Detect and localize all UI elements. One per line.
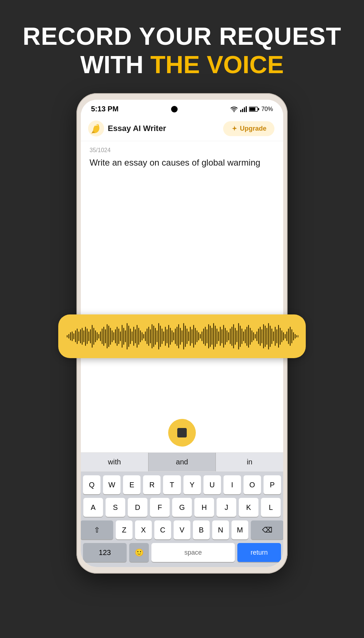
- autocomplete-with[interactable]: with: [81, 453, 148, 471]
- headline-voice: THE VOICE: [150, 51, 284, 78]
- headline-line2: WITH THE VOICE: [23, 50, 341, 79]
- keyboard-row-3: ⇧ Z X C V B N M ⌫: [83, 520, 281, 539]
- app-name: Essay AI Writer: [108, 124, 166, 133]
- key-W[interactable]: W: [103, 475, 120, 494]
- key-L[interactable]: L: [261, 498, 281, 517]
- key-backspace[interactable]: ⌫: [251, 520, 283, 539]
- svg-rect-3: [246, 106, 247, 112]
- key-A[interactable]: A: [83, 498, 103, 517]
- keyboard: Q W E R T Y U I O P A S D F G: [81, 472, 283, 567]
- char-count: 35/1024: [90, 147, 274, 154]
- key-H[interactable]: H: [194, 498, 214, 517]
- key-numbers[interactable]: 123: [83, 543, 127, 562]
- key-U[interactable]: U: [203, 475, 221, 494]
- app-logo-icon: [88, 120, 104, 136]
- keyboard-row-bottom: 123 🙂 space return: [83, 543, 281, 562]
- headline-line1: RECORD YOUR REQUEST: [23, 22, 341, 50]
- stop-btn-area: [81, 412, 283, 452]
- svg-rect-6: [249, 107, 255, 111]
- key-Z[interactable]: Z: [116, 520, 132, 539]
- key-B[interactable]: B: [193, 520, 210, 539]
- camera-dot: [171, 106, 178, 112]
- waveform-svg: [66, 322, 298, 351]
- autocomplete-and[interactable]: and: [149, 453, 216, 471]
- essay-text: Write an essay on causes of global warmi…: [90, 156, 274, 169]
- key-P[interactable]: P: [264, 475, 281, 494]
- keyboard-row-1: Q W E R T Y U I O P: [83, 475, 281, 494]
- content-area: 35/1024 Write an essay on causes of glob…: [81, 141, 283, 412]
- key-F[interactable]: F: [150, 498, 170, 517]
- key-T[interactable]: T: [163, 475, 181, 494]
- battery-percent: 70%: [261, 106, 273, 112]
- status-bar: 5:13 PM: [81, 100, 283, 116]
- status-icons: 70%: [230, 106, 273, 112]
- autocomplete-in[interactable]: in: [216, 453, 283, 471]
- key-K[interactable]: K: [239, 498, 258, 517]
- key-space[interactable]: space: [151, 543, 235, 562]
- wifi-icon: [230, 106, 238, 112]
- stop-recording-button[interactable]: [168, 419, 196, 447]
- sparkle-icon: [231, 125, 238, 132]
- key-X[interactable]: X: [135, 520, 152, 539]
- key-O[interactable]: O: [244, 475, 261, 494]
- battery-icon: [249, 107, 259, 112]
- keyboard-row-2: A S D F G H J K L: [83, 498, 281, 517]
- key-I[interactable]: I: [223, 475, 241, 494]
- signal-icon: [240, 106, 247, 112]
- app-header: Essay AI Writer Upgrade: [81, 116, 283, 141]
- key-Q[interactable]: Q: [83, 475, 100, 494]
- key-N[interactable]: N: [212, 520, 229, 539]
- key-C[interactable]: C: [154, 520, 171, 539]
- upgrade-button[interactable]: Upgrade: [223, 121, 274, 136]
- svg-rect-2: [244, 107, 245, 112]
- waveform-bar: [58, 314, 306, 358]
- key-S[interactable]: S: [106, 498, 125, 517]
- key-Y[interactable]: Y: [183, 475, 201, 494]
- headline: RECORD YOUR REQUEST WITH THE VOICE: [23, 22, 341, 79]
- key-V[interactable]: V: [174, 520, 190, 539]
- key-R[interactable]: R: [143, 475, 161, 494]
- svg-rect-1: [242, 109, 243, 112]
- autocomplete-row: with and in: [81, 452, 283, 472]
- status-time: 5:13 PM: [91, 105, 119, 113]
- app-logo-area: Essay AI Writer: [88, 120, 166, 136]
- key-E[interactable]: E: [123, 475, 141, 494]
- key-return[interactable]: return: [237, 543, 281, 562]
- key-J[interactable]: J: [217, 498, 236, 517]
- key-shift[interactable]: ⇧: [81, 520, 113, 539]
- headline-with: WITH: [80, 51, 143, 78]
- key-G[interactable]: G: [172, 498, 192, 517]
- phone-mockup: 5:13 PM: [69, 93, 295, 588]
- stop-icon: [177, 428, 187, 437]
- svg-rect-5: [258, 108, 259, 110]
- svg-rect-0: [240, 110, 241, 112]
- key-M[interactable]: M: [232, 520, 248, 539]
- key-D[interactable]: D: [128, 498, 147, 517]
- key-emoji[interactable]: 🙂: [129, 543, 149, 562]
